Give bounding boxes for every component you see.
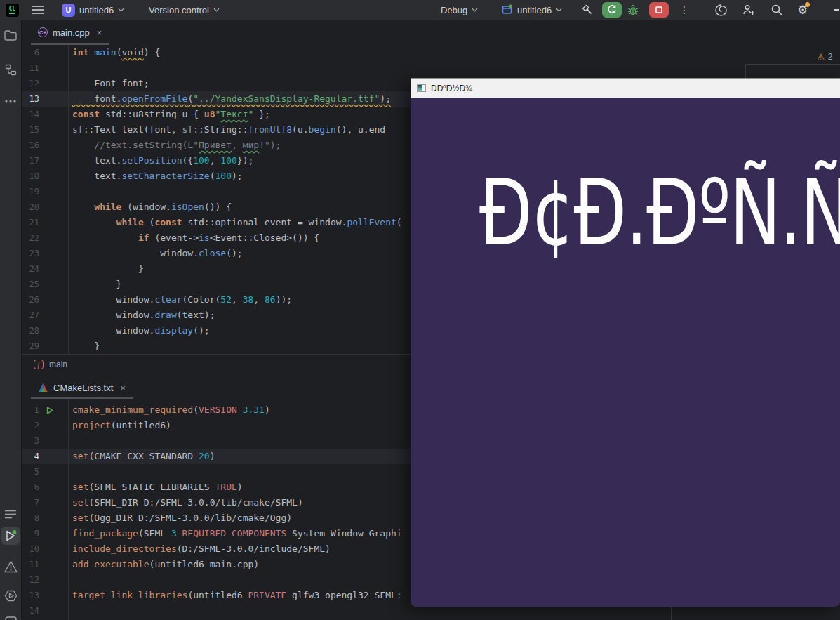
line-number: 9 [21,526,39,541]
project-selector[interactable]: U untitled6 [62,0,124,20]
rerun-icon [602,2,622,18]
code-text: cmake_minimum_required(VERSION 3.31) [68,402,270,418]
line-number: 29 [21,338,39,354]
hammer-icon [581,4,593,15]
gutter [39,464,68,480]
chevron-down-icon [213,8,220,12]
debug-button[interactable] [627,0,639,20]
app-window-title: ÐÐºÐ½Ð¾ [431,84,472,93]
code-text [68,603,72,619]
gutter [39,526,68,541]
more-tool-windows-button[interactable] [0,91,21,111]
gutter [39,107,68,122]
line-number: 20 [21,199,39,215]
clion-logo-icon: CL [6,4,19,17]
build-button[interactable] [581,0,593,20]
folder-icon [4,30,17,41]
services-tool-button[interactable] [0,586,21,605]
line-number: 22 [21,230,39,246]
hierarchy-icon [5,64,17,76]
run-tool-button[interactable] [1,527,20,545]
search-everywhere-button[interactable] [771,0,783,20]
run-mode-selector[interactable]: Debug [441,0,478,20]
play-icon [4,529,18,543]
tab-main-cpp[interactable]: C+ main.cpp × [31,20,109,45]
notifications-tool-button[interactable] [0,504,21,524]
kebab-icon: ⋮ [679,4,689,15]
code-text: set(SFML_STATIC_LIBRARIES TRUE) [68,480,243,495]
gutter [39,122,68,138]
line-number: 27 [21,308,39,323]
terminal-tool-button[interactable] [0,612,21,620]
gutter [39,246,68,261]
gutter [39,433,68,449]
settings-button[interactable]: ⚙ [797,0,808,20]
project-tool-button[interactable] [0,25,21,45]
ai-assistant-button[interactable] [714,0,728,20]
code-text: sf::Text text(font, sf::String::fromUtf8… [68,122,385,138]
gutter [39,418,68,433]
code-text [68,572,72,588]
code-text: project(untitled6) [68,418,171,433]
stop-button[interactable] [649,0,669,20]
app-window-content: Ð¢Ð.ÐºÑ.Ñ‚ [411,98,840,607]
tool-window-stripe [0,20,22,620]
code-text: find_package(SFML 3 REQUIRED COMPONENTS … [68,526,402,541]
gutter [39,138,68,153]
code-line[interactable]: 6int main(void) { [21,45,840,60]
more-actions-button[interactable]: ⋮ [679,0,689,20]
vcs-widget[interactable]: Version control [149,0,220,20]
code-text: window.close(); [68,246,243,261]
clion-logo: CL [6,0,19,20]
code-text: font.openFromFile("../YandexSansDisplay-… [68,91,391,107]
sfml-app-window[interactable]: ÐÐºÐ½Ð¾ Ð¢Ð.ÐºÑ.Ñ‚ [411,78,840,607]
gutter [39,541,68,557]
problems-tool-button[interactable] [0,557,21,576]
line-number: 6 [21,480,39,495]
code-line[interactable]: 11 [21,60,840,76]
gutter [39,557,68,572]
main-menu-button[interactable] [32,0,44,20]
code-text: //text.setString(L"Привет, мир!"); [68,138,281,153]
line-number: 2 [21,418,39,433]
app-window-titlebar[interactable]: ÐÐºÐ½Ð¾ [411,78,840,98]
close-icon[interactable]: × [120,383,126,393]
run-line-icon[interactable] [39,402,68,418]
editor-split-divider [671,607,672,620]
line-number: 13 [21,588,39,603]
gutter [39,338,68,354]
tab-cmakelists[interactable]: CMakeLists.txt × [31,376,133,399]
gutter [39,91,68,107]
line-number: 5 [21,464,39,480]
run-config-selector[interactable]: untitled6 [501,0,562,20]
minimize-button[interactable] [834,0,839,20]
line-number: 10 [21,541,39,557]
project-badge: U [62,4,75,17]
gear-icon: ⚙ [797,4,808,16]
stop-icon [649,2,669,18]
rerun-button[interactable] [602,0,622,20]
close-icon[interactable]: × [97,27,102,38]
code-text: } [68,261,144,277]
line-number: 24 [21,261,39,277]
cmake-icon [38,383,48,393]
bug-icon [627,4,639,16]
user-plus-icon [742,4,756,16]
line-number: 6 [21,45,39,60]
gutter [39,184,68,199]
code-text: set(CMAKE_CXX_STANDARD 20) [68,449,215,464]
line-number: 15 [21,122,39,138]
gutter [39,169,68,184]
line-number: 7 [21,495,39,510]
gutter [39,45,68,60]
code-text: include_directories(D:/SFML-3.0.0/includ… [68,541,331,557]
line-number: 25 [21,277,39,292]
gutter [39,261,68,277]
structure-tool-button[interactable] [0,60,21,79]
search-icon [771,4,783,16]
project-name: untitled6 [79,5,114,15]
app-window-icon [501,4,513,15]
line-number: 14 [21,107,39,122]
code-text: add_executable(untitled6 main.cpp) [68,557,259,572]
code-with-me-button[interactable] [742,0,756,20]
